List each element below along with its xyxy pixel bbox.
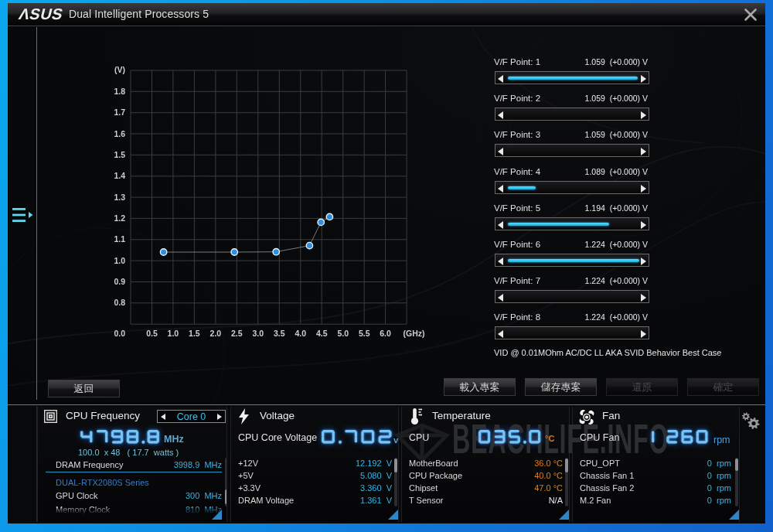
svg-text:5.0: 5.0: [337, 329, 349, 338]
svg-text:3.5: 3.5: [274, 329, 285, 338]
svg-text:1.5: 1.5: [114, 150, 125, 159]
svg-text:1.8: 1.8: [114, 87, 125, 96]
svg-text:1.3: 1.3: [114, 193, 125, 202]
svg-text:(GHz): (GHz): [404, 329, 425, 338]
svg-text:3.0: 3.0: [252, 329, 264, 338]
svg-text:(V): (V): [114, 65, 125, 74]
svg-text:1.0: 1.0: [114, 256, 125, 265]
svg-text:5.5: 5.5: [359, 329, 370, 338]
svg-text:6.0: 6.0: [380, 329, 391, 338]
svg-text:1.4: 1.4: [114, 171, 125, 180]
svg-text:4.5: 4.5: [316, 329, 328, 338]
svg-text:0.8: 0.8: [114, 298, 125, 307]
svg-text:0.9: 0.9: [114, 277, 125, 286]
svg-text:1.0: 1.0: [168, 329, 179, 338]
svg-text:1.2: 1.2: [114, 213, 125, 223]
svg-text:2.5: 2.5: [231, 329, 243, 338]
svg-text:2.0: 2.0: [210, 329, 222, 338]
svg-text:1.7: 1.7: [114, 107, 125, 117]
svg-text:0.0: 0.0: [114, 329, 125, 338]
svg-text:0.5: 0.5: [146, 329, 158, 338]
svg-text:4.0: 4.0: [295, 329, 306, 338]
svg-text:1.6: 1.6: [114, 129, 125, 138]
svg-text:1.5: 1.5: [189, 329, 200, 338]
svg-text:1.1: 1.1: [114, 234, 125, 244]
